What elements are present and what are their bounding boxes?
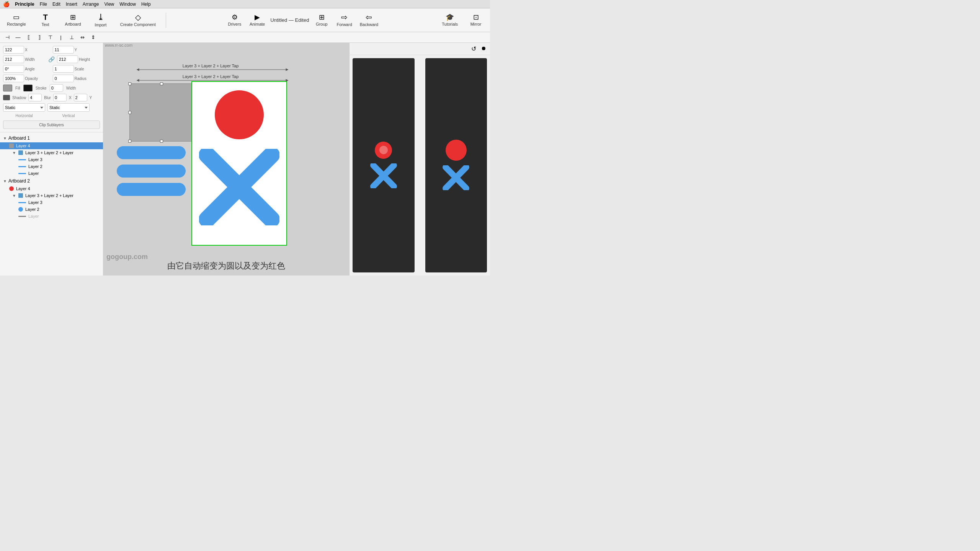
handle-bc[interactable] <box>160 140 163 143</box>
angle-input[interactable] <box>3 65 24 73</box>
blue-bar-1 <box>117 146 186 159</box>
group1-icon <box>18 150 23 155</box>
toolbar-mirror[interactable]: ⊡ Mirror <box>466 12 485 28</box>
align-right[interactable]: ⟧ <box>35 33 44 42</box>
clip-sublayers-button[interactable]: Clip Sublayers <box>3 121 100 129</box>
blur-y-input[interactable] <box>74 94 87 101</box>
toolbar-drivers[interactable]: ⚙ Drivers <box>225 12 244 28</box>
layer2-ab1-row[interactable]: Layer 2 <box>0 163 103 170</box>
x-input[interactable] <box>3 46 24 54</box>
document-title: Untitled — Edited <box>270 17 309 23</box>
canvas[interactable]: www.rr-sc.com Layer 3 + Layer 2 + Layer … <box>103 43 349 276</box>
toolbar-create-component[interactable]: ◇ Create Component <box>118 12 158 28</box>
blue-bar-2 <box>117 165 186 178</box>
angle-label: Angle <box>25 67 37 71</box>
toolbar-text[interactable]: T Text <box>36 12 55 28</box>
main-layout: X Y Width 🔗 Height <box>0 43 490 276</box>
stroke-color-box[interactable] <box>23 85 33 91</box>
static-dropdowns-row: Static Left Right Scale Static Top Botto… <box>3 103 100 112</box>
layer3-ab1-icon <box>18 159 26 160</box>
y-label: Y <box>75 48 87 52</box>
vertical-dropdown[interactable]: Static Top Bottom Scale <box>47 103 90 112</box>
bottom-subtitle: 由它自动缩变为圆以及变为红色 <box>103 260 349 272</box>
align-horizontal-center[interactable]: — <box>14 33 22 42</box>
x-field: X <box>3 46 51 54</box>
artboard2-canvas[interactable] <box>191 81 287 246</box>
preview-frame-1 <box>353 58 415 272</box>
layer-ab1-row[interactable]: Layer <box>0 170 103 177</box>
layer-ab2-icon <box>18 216 26 217</box>
toolbar-rectangle[interactable]: ▭ Rectangle <box>5 12 28 28</box>
menu-help[interactable]: Help <box>141 2 151 7</box>
record-icon[interactable]: ⏺ <box>481 45 486 52</box>
handle-ml[interactable] <box>128 111 131 114</box>
forward-label: Forward <box>336 22 352 27</box>
opacity-input[interactable] <box>3 75 24 82</box>
menu-edit[interactable]: Edit <box>52 2 60 7</box>
right-panel: ↺ ⏺ <box>349 43 490 276</box>
height-input[interactable] <box>57 55 78 63</box>
handle-tc[interactable] <box>160 82 163 85</box>
distribute-vertical[interactable]: ⇕ <box>89 33 97 42</box>
backward-icon: ⇦ <box>366 13 372 21</box>
link-icon[interactable]: 🔗 <box>48 56 55 62</box>
shadow-value-input[interactable] <box>28 94 42 101</box>
align-left-edge[interactable]: ⊣ <box>3 33 11 42</box>
toolbar-forward[interactable]: ⇨ Forward <box>334 12 354 28</box>
toolbar-import[interactable]: ⤓ Import <box>91 11 110 29</box>
undo-icon[interactable]: ↺ <box>471 45 476 52</box>
align-bottom-edge[interactable]: ⊥ <box>67 33 76 42</box>
artboard-icon: ⊞ <box>70 14 76 21</box>
horizontal-dropdown[interactable]: Static Left Right Scale <box>3 103 45 112</box>
apple-menu[interactable]: 🍎 <box>3 1 10 7</box>
preview-f1-blue-x <box>370 163 397 189</box>
toolbar-backward[interactable]: ⇦ Backward <box>358 12 381 28</box>
opacity-radius-row: Opacity Radius <box>3 75 100 82</box>
distribute-horizontal[interactable]: ⇔ <box>78 33 87 42</box>
preview-frame-middle <box>416 58 424 272</box>
group1-row[interactable]: ▼ Layer 3 + Layer 2 + Layer <box>0 149 103 156</box>
layer4-ab2-icon <box>9 186 14 191</box>
group2-icon <box>18 193 23 198</box>
layer3-ab2-row[interactable]: Layer 3 <box>0 199 103 206</box>
menu-insert[interactable]: Insert <box>66 2 77 7</box>
menu-view[interactable]: View <box>104 2 114 7</box>
y-input[interactable] <box>53 46 74 54</box>
app-name[interactable]: Principle <box>15 2 34 7</box>
width-input[interactable] <box>3 55 24 63</box>
layer3-ab1-label: Layer 3 <box>28 157 42 162</box>
mirror-label: Mirror <box>470 22 482 26</box>
menu-arrange[interactable]: Arrange <box>83 2 99 7</box>
layer3-ab1-row[interactable]: Layer 3 <box>0 156 103 163</box>
selected-gray-rect[interactable]: ↻ <box>129 83 194 142</box>
stroke-width-input[interactable] <box>50 84 63 92</box>
menu-file[interactable]: File <box>40 2 47 7</box>
layer2-ab2-row[interactable]: Layer 2 <box>0 206 103 213</box>
layer4-ab1-row[interactable]: Layer 4 <box>0 142 103 149</box>
layer4-ab2-row[interactable]: Layer 4 <box>0 185 103 192</box>
toolbar-artboard[interactable]: ⊞ Artboard <box>63 12 83 28</box>
menu-bar: 🍎 Principle File Edit Insert Arrange Vie… <box>0 0 490 8</box>
scale-input[interactable] <box>53 65 74 73</box>
blur-x-input[interactable] <box>53 94 67 101</box>
radius-input[interactable] <box>53 75 74 82</box>
artboard1-header[interactable]: ▼ Artboard 1 <box>0 134 103 142</box>
fill-color-box[interactable] <box>3 85 12 91</box>
tutorials-icon: 🎓 <box>446 14 454 21</box>
toolbar-tutorials[interactable]: 🎓 Tutorials <box>439 12 460 28</box>
align-top-edge[interactable]: ⊤ <box>46 33 54 42</box>
hv-labels-row: Horizontal Vertical <box>3 114 100 118</box>
group2-row[interactable]: ▼ Layer 3 + Layer 2 + Layer <box>0 192 103 199</box>
align-vertical-center[interactable]: | <box>57 33 65 42</box>
menu-window[interactable]: Window <box>119 2 136 7</box>
group-icon: ⊞ <box>319 14 325 21</box>
layer-ab2-row[interactable]: Layer <box>0 213 103 220</box>
toolbar-animate[interactable]: ▶ Animate <box>247 12 267 28</box>
handle-bl[interactable] <box>128 140 131 143</box>
align-left[interactable]: ⟦ <box>24 33 33 42</box>
toolbar-group[interactable]: ⊞ Group <box>312 12 331 28</box>
artboard2-header[interactable]: ▼ Artboard 2 <box>0 177 103 185</box>
height-label: Height <box>79 57 91 62</box>
handle-tl[interactable] <box>128 82 131 85</box>
text-label: Text <box>41 22 49 27</box>
